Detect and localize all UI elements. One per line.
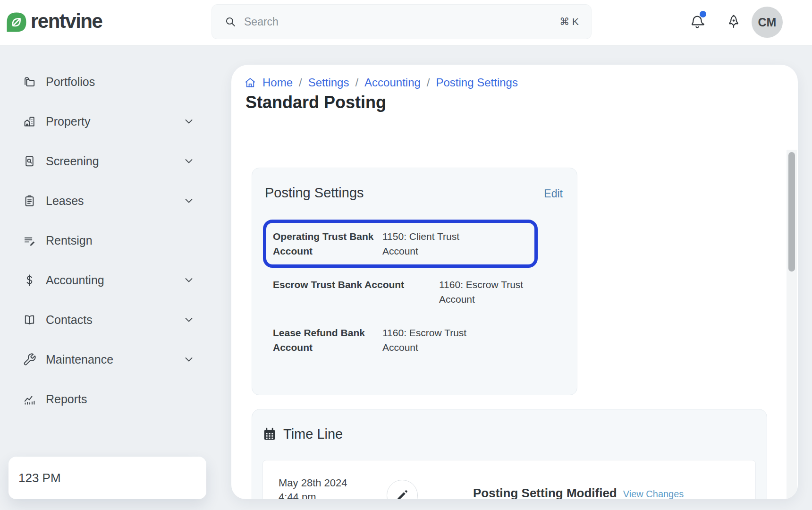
- main-content-card: Home / Settings / Accounting / Posting S…: [231, 65, 798, 499]
- timeline-entry-datetime: May 28th 2024 4:44 pm: [279, 476, 387, 499]
- signature-pen-icon: [23, 234, 36, 247]
- sidebar-item-label: Maintenance: [46, 353, 113, 366]
- whats-new-button[interactable]: [726, 14, 742, 30]
- sidebar-item-label: Reports: [46, 392, 87, 406]
- breadcrumb-posting-settings[interactable]: Posting Settings: [436, 76, 518, 89]
- breadcrumb-accounting[interactable]: Accounting: [364, 76, 421, 89]
- sidebar-item-label: Portfolios: [46, 75, 95, 89]
- posting-settings-card: Posting Settings Edit Operating Trust Ba…: [252, 168, 577, 395]
- posting-settings-title: Posting Settings: [265, 185, 364, 201]
- timeline-entry-date: May 28th 2024: [279, 476, 387, 490]
- setting-label: Operating Trust Bank Account: [273, 229, 382, 258]
- setting-value: 1160: Escrow Trust Account: [382, 325, 479, 355]
- open-book-icon: [23, 313, 36, 327]
- rocket-icon: [726, 14, 742, 30]
- sidebar-item-contacts[interactable]: Contacts: [0, 300, 231, 340]
- rentvine-leaf-icon: [6, 12, 27, 33]
- setting-label: Escrow Trust Bank Account: [273, 277, 439, 306]
- chevron-down-icon: [183, 116, 195, 127]
- sidebar-item-label: Property: [46, 115, 90, 128]
- search-icon: [224, 16, 237, 28]
- folders-icon: [23, 75, 36, 89]
- setting-value: 1160: Escrow Trust Account: [439, 277, 536, 306]
- house-building-icon: [23, 115, 36, 128]
- timeline-title: Time Line: [283, 426, 343, 442]
- chevron-down-icon: [183, 354, 195, 365]
- sidebar-item-label: Contacts: [46, 313, 93, 327]
- brand-name: rentvine: [31, 11, 102, 33]
- sidebar-item-portfolios[interactable]: Portfolios: [0, 62, 231, 102]
- sidebar-item-label: Screening: [46, 154, 99, 168]
- wrench-icon: [23, 353, 36, 366]
- chevron-down-icon: [183, 155, 195, 167]
- breadcrumb-home[interactable]: Home: [262, 76, 293, 89]
- sidebar-item-label: Rentsign: [46, 234, 93, 247]
- global-search[interactable]: ⌘ K: [211, 4, 592, 39]
- sidebar-item-rentsign[interactable]: Rentsign: [0, 221, 231, 260]
- sidebar-item-accounting[interactable]: Accounting: [0, 260, 231, 300]
- edit-button[interactable]: Edit: [544, 187, 563, 200]
- timeline-list-panel: May 28th 2024 4:44 pm Posting Setting Mo…: [262, 460, 756, 499]
- breadcrumb-settings[interactable]: Settings: [308, 76, 349, 89]
- breadcrumb-separator: /: [355, 76, 358, 89]
- document-search-icon: [23, 154, 36, 168]
- clipboard-icon: [23, 194, 36, 208]
- calendar-icon: [262, 427, 277, 442]
- user-avatar[interactable]: CM: [752, 7, 783, 38]
- top-bar: rentvine ⌘ K CM: [0, 0, 812, 46]
- setting-row: Escrow Trust Bank Account 1160: Escrow T…: [252, 277, 577, 306]
- highlighted-setting-row: Operating Trust Bank Account 1150: Clien…: [263, 220, 538, 268]
- setting-value: 1150: Client Trust Account: [382, 229, 479, 258]
- timeline-card: Time Line May 28th 2024 4:44 pm: [252, 409, 767, 499]
- sidebar-item-property[interactable]: Property: [0, 102, 231, 141]
- clock-widget: 123 PM: [8, 457, 206, 499]
- timeline-entry: May 28th 2024 4:44 pm Posting Setting Mo…: [263, 460, 755, 499]
- timeline-entry-title: Posting Setting Modified: [473, 486, 617, 499]
- scrollbar-thumb[interactable]: [788, 152, 795, 272]
- chevron-down-icon: [183, 195, 195, 206]
- setting-label: Lease Refund Bank Account: [273, 325, 382, 355]
- app-screen: rentvine ⌘ K CM: [0, 0, 812, 510]
- sidebar-item-leases[interactable]: Leases: [0, 181, 231, 221]
- sidebar-item-reports[interactable]: Reports: [0, 379, 231, 419]
- sidebar-item-label: Leases: [46, 194, 84, 208]
- dollar-icon: [23, 273, 36, 287]
- chevron-down-icon: [183, 314, 195, 325]
- view-changes-link[interactable]: View Changes: [623, 489, 684, 499]
- breadcrumb-separator: /: [299, 76, 302, 89]
- notification-badge-dot: [700, 11, 706, 17]
- pencil-icon: [395, 488, 409, 499]
- timeline-entry-time: 4:44 pm: [279, 490, 387, 499]
- chevron-down-icon: [183, 274, 195, 286]
- search-input[interactable]: [244, 16, 559, 28]
- sidebar-item-maintenance[interactable]: Maintenance: [0, 340, 231, 379]
- sidebar-item-screening[interactable]: Screening: [0, 141, 231, 181]
- chart-icon: [23, 392, 36, 406]
- scrollbar-track[interactable]: [787, 150, 797, 499]
- timeline-entry-badge: [387, 480, 418, 499]
- clock-text: 123 PM: [18, 471, 61, 485]
- breadcrumb: Home / Settings / Accounting / Posting S…: [244, 76, 518, 89]
- avatar-initials: CM: [758, 16, 777, 29]
- setting-row: Lease Refund Bank Account 1160: Escrow T…: [252, 325, 577, 355]
- rentvine-logo[interactable]: rentvine: [6, 11, 102, 33]
- sidebar-item-label: Accounting: [46, 273, 104, 287]
- sidebar-nav: Portfolios Property: [0, 46, 231, 419]
- home-icon: [244, 76, 256, 89]
- breadcrumb-separator: /: [427, 76, 430, 89]
- notifications-button[interactable]: [689, 14, 705, 30]
- page-title: Standard Posting: [245, 93, 386, 112]
- search-shortcut-hint: ⌘ K: [559, 16, 579, 27]
